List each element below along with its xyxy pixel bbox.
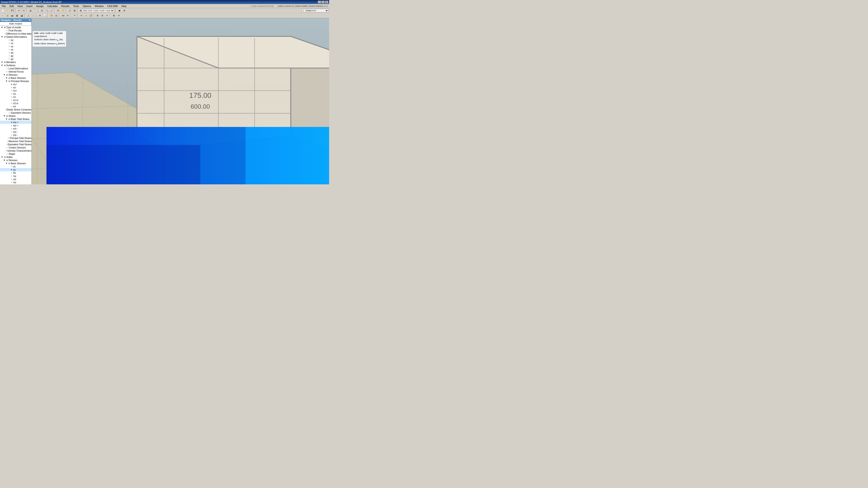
tree-ux[interactable]: ○ ux <box>0 41 31 45</box>
menu-help[interactable]: Help <box>121 4 127 8</box>
tb-cross-section[interactable]: ✂ <box>105 13 110 18</box>
tb-export[interactable]: ⇥ <box>116 13 121 18</box>
tree-solid-principal[interactable]: ○ Principal Stresses <box>0 184 31 184</box>
close-button[interactable]: ✕ <box>325 1 328 3</box>
menu-calculate[interactable]: Calculate <box>46 4 59 8</box>
tb-filled[interactable]: ▪ <box>84 13 88 18</box>
menu-tools[interactable]: Tools <box>72 4 80 8</box>
menu-results[interactable]: Results <box>60 4 70 8</box>
tree-principal-stresses[interactable]: ▼ 🗂 Principal Stresses <box>0 79 31 83</box>
tb-surfaces[interactable]: ▨ <box>15 13 19 18</box>
tree-equiv-strains[interactable]: ○ Equivalent Total Strains <box>0 143 31 146</box>
tree-sx-plus[interactable]: ○ σx+ <box>0 89 31 92</box>
tree-eyy-plus[interactable]: ○ εyy + <box>0 124 31 127</box>
tb-print[interactable]: 🖨 <box>28 8 33 13</box>
tree-internal-forces[interactable]: ○ Internal Forces <box>0 70 31 73</box>
tb-open[interactable]: 📂 <box>5 8 10 13</box>
viewport-3d[interactable]: CO2 - LC1 + LC2 + LC3 + LC4 Loads [kN/m²… <box>32 18 329 184</box>
tree-solid-tyz[interactable]: ○ τyz <box>0 177 31 181</box>
menu-cad-bim[interactable]: CAD-BIM <box>106 4 119 8</box>
tb-undo[interactable]: ↩ <box>17 8 21 13</box>
tree-u-abs[interactable]: ○ |u| <box>0 38 31 41</box>
tb-members[interactable]: ▬ <box>10 13 14 18</box>
tree-final-results[interactable]: ○ Final Results <box>0 29 31 32</box>
tree-phiz[interactable]: ○ φz <box>0 57 31 61</box>
tb-new[interactable]: 📄 <box>0 8 5 13</box>
tree-s1m[interactable]: ○ σ1.m <box>0 98 31 102</box>
tb-pan[interactable]: ✋ <box>61 8 65 13</box>
tree-solids-stresses[interactable]: ▼ 🗂 Stresses <box>0 159 31 162</box>
tb-zoom-in[interactable]: 🔍 <box>44 8 49 13</box>
tb-copy[interactable]: 📋 <box>33 8 37 13</box>
tb-redo[interactable]: ↪ <box>22 8 26 13</box>
tree-exx-minus[interactable]: ○ εxx - <box>0 127 31 130</box>
tree-sz-minus[interactable]: ○ σz- <box>0 86 31 89</box>
tb-transparency[interactable]: ◎ <box>54 13 59 18</box>
tree-uy[interactable]: ○ uy <box>0 45 31 48</box>
menu-assign[interactable]: Assign <box>35 4 44 8</box>
view-dropdown[interactable]: 1 - Global XYZ <box>302 9 329 12</box>
tree-sz-plus[interactable]: ● σz+ <box>0 83 31 86</box>
tree-phix[interactable]: ○ φx <box>0 51 31 54</box>
menu-options[interactable]: Options <box>82 4 92 8</box>
tb-rotate[interactable]: ↻ <box>56 8 61 13</box>
tree-solid-sx[interactable]: ○ σx <box>0 165 31 168</box>
tree-isotropic[interactable]: ○ Isotropic Characteristics <box>0 149 31 152</box>
tree-solid-rz[interactable]: ○ Rz <box>0 171 31 174</box>
tb-loads[interactable]: ↓ <box>31 13 35 18</box>
navigator-close[interactable]: ✕ <box>29 19 31 22</box>
nav-tab-static-analysis[interactable]: Static Analysis <box>0 22 31 26</box>
tb-classify[interactable]: ⊛ <box>95 13 100 18</box>
menu-view[interactable]: View <box>17 4 24 8</box>
tb-lines[interactable]: ⊿ <box>5 13 10 18</box>
tb-nodes[interactable]: · <box>0 13 5 18</box>
tree-basic-total-strains[interactable]: ▼ 🗂 Basic Total Strains <box>0 118 31 121</box>
tb-zoom-out[interactable]: 🔎 <box>49 8 54 13</box>
tb-palette[interactable]: 🌈 <box>89 13 93 18</box>
tb-dimensions[interactable]: ⊢ <box>66 13 70 18</box>
tb-result-values[interactable]: 📊 <box>42 13 47 18</box>
tree-type-of-results[interactable]: ▼ 🗂 Type of results <box>0 26 31 29</box>
tb-display-options[interactable]: ⚙ <box>122 8 127 13</box>
tb-zoom-fit[interactable]: ⊡ <box>40 8 44 13</box>
tree-surfaces[interactable]: ▼ 🗂 Surfaces <box>0 64 31 67</box>
menu-edit[interactable]: Edit <box>8 4 15 8</box>
tree-principal-strains[interactable]: ○ Principal Total Strains <box>0 136 31 140</box>
tree-uz[interactable]: ○ uz <box>0 48 31 51</box>
tree-members[interactable]: ▼ 🗂 Members <box>0 61 31 64</box>
tree-global-deformations[interactable]: ▼ 🗂 Global Deformations <box>0 35 31 38</box>
tree-shape[interactable]: ○ Shape <box>0 152 31 156</box>
tb-results[interactable]: ≋ <box>38 13 42 18</box>
menu-insert[interactable]: Insert <box>25 4 33 8</box>
tree-local-deformations[interactable]: ○ Local Deformations <box>0 67 31 70</box>
tree-phiy[interactable]: ○ φy <box>0 54 31 57</box>
tree-solid-txz[interactable]: ○ τxz <box>0 181 31 184</box>
tree-tm[interactable]: ○ τm <box>0 105 31 108</box>
tree-elastic-components[interactable]: ○ Elastic Stress Components <box>0 108 31 111</box>
tree-gxy-minus[interactable]: ○ γxy - <box>0 133 31 136</box>
tb-render[interactable]: ◉ <box>117 8 122 13</box>
tree-solids-basic-stresses[interactable]: ▼ 🗂 Basic Stresses <box>0 162 31 165</box>
minimize-button[interactable]: ─ <box>318 1 321 3</box>
tree-s1[interactable]: ○ σ1 <box>0 95 31 98</box>
tree-max-strains[interactable]: ○ Maximum Total Strains <box>0 140 31 143</box>
tb-save[interactable]: 💾 <box>10 8 14 13</box>
tree-strains[interactable]: ▼ 🗂 Strains <box>0 114 31 118</box>
tree-s2m[interactable]: ○ σ2.m <box>0 102 31 105</box>
menu-window[interactable]: Window <box>94 4 104 8</box>
tb-3d-view[interactable]: ⬡ <box>68 8 72 13</box>
tb-supports[interactable]: ⊥ <box>26 13 31 18</box>
maximize-button[interactable]: □ <box>321 1 324 3</box>
tree-solids[interactable]: ▼ 🗂 Solids <box>0 156 31 159</box>
tree-solid-sy[interactable]: ● σy <box>0 168 31 171</box>
tree-exx-plus[interactable]: ● εxx + <box>0 121 31 124</box>
tree-contact-stresses[interactable]: ○ Contact Stresses <box>0 146 31 149</box>
tree-stresses[interactable]: ▼ 🗂 Stresses <box>0 73 31 76</box>
tb-wireframe[interactable]: ⊞ <box>72 8 77 13</box>
tree-basic-stresses[interactable]: ▼ 🗂 Basic Stresses <box>0 76 31 79</box>
tree-sx-minus[interactable]: ○ σx- <box>0 92 31 95</box>
tb-annotation[interactable]: Aa <box>61 13 65 18</box>
tree-eyy-minus[interactable]: ○ εyy - <box>0 130 31 133</box>
tree-equivalent-stresses[interactable]: ○ Equivalent Stresses <box>0 111 31 114</box>
tb-filter[interactable]: ⊘ <box>100 13 105 18</box>
